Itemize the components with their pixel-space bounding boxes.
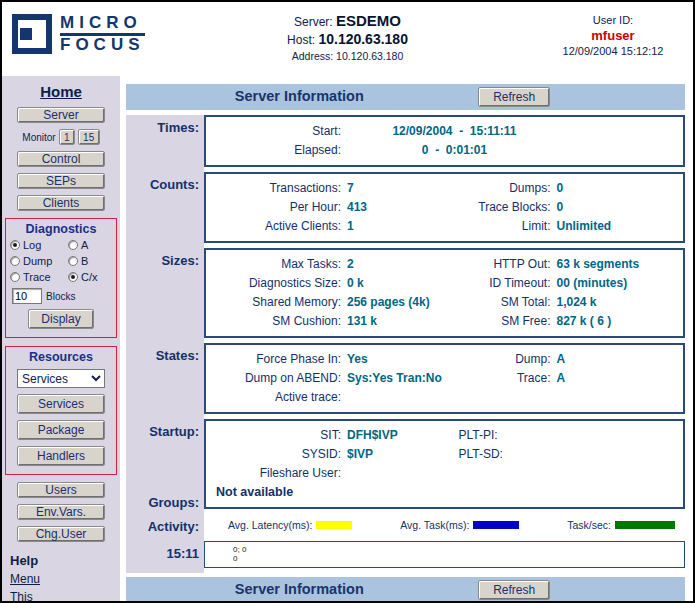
clients-button[interactable]: Clients	[17, 195, 105, 211]
radio-trace-icon[interactable]	[10, 272, 20, 282]
legend-label: Avg. Latency(ms):	[228, 519, 312, 531]
timestamp: 12/09/2004 15:12:12	[543, 45, 683, 57]
radio-log-icon[interactable]	[10, 240, 20, 250]
legend-label: Task/sec:	[567, 519, 611, 531]
micro-focus-logo: MICRO FOCUS	[12, 14, 145, 54]
sidebar: Home Server Monitor 1 15 Control SEPs Cl…	[2, 76, 120, 601]
display-button[interactable]: Display	[28, 309, 94, 329]
kv-label: Active trace:	[212, 388, 347, 407]
kv-value: $IVP	[347, 445, 373, 464]
page-title-bottom: Server Information	[126, 581, 473, 597]
services-button[interactable]: Services	[17, 394, 105, 414]
monitor-15-button[interactable]: 15	[78, 129, 100, 145]
startup-row: Startup: Groups: SIT: DFH$IVP	[126, 419, 685, 514]
blocks-label: Blocks	[46, 291, 75, 302]
sidebar-bottom: Help Menu This	[6, 553, 40, 603]
users-button[interactable]: Users	[17, 482, 105, 498]
activity-strip: 0; 0 0	[204, 541, 685, 568]
micro-focus-logo-text: MICRO FOCUS	[60, 14, 145, 54]
package-button[interactable]: Package	[17, 420, 105, 440]
kv-value: 0 k	[347, 274, 364, 293]
kv-label: Trace:	[445, 369, 557, 388]
address-value: 10.120.63.180	[336, 50, 403, 62]
monitor-label: Monitor	[22, 132, 55, 143]
kv-label: PLT-PI:	[445, 426, 504, 445]
kv-value: 0 - 0:01:01	[347, 141, 562, 160]
kv-label: Force Phase In:	[212, 350, 347, 369]
kv-value: 0	[557, 198, 564, 217]
blocks-input[interactable]	[12, 288, 42, 304]
radio-dump-icon[interactable]	[10, 256, 20, 266]
top-title-bar: Server Information Refresh	[126, 84, 685, 110]
kv-label: SIT:	[212, 426, 347, 445]
radio-trace[interactable]: Trace	[10, 271, 68, 283]
kv-label: SM Cushion:	[212, 312, 347, 331]
radio-cx-icon[interactable]	[68, 272, 78, 282]
menu-link[interactable]: Menu	[10, 572, 40, 586]
counts-box: Transactions: 7 Per Hour: 413 Active Cli…	[204, 172, 685, 243]
radio-b-icon[interactable]	[68, 256, 78, 266]
activity-row-label: Activity:	[126, 514, 204, 541]
server-button[interactable]: Server	[17, 107, 105, 123]
blocks-row: Blocks	[8, 288, 75, 304]
user-id-value: mfuser	[543, 28, 683, 43]
radio-log[interactable]: Log	[10, 239, 68, 251]
times-row: Times: Start: 12/09/2004 - 15:11:11 Elap…	[126, 115, 685, 172]
monitor-row: Monitor 1 15	[22, 129, 99, 145]
kv-start: Start: 12/09/2004 - 15:11:11	[212, 122, 677, 141]
micro-focus-logo-icon	[12, 14, 52, 54]
refresh-button-bottom[interactable]: Refresh	[478, 580, 550, 600]
kv-label: Start:	[212, 122, 347, 141]
kv-sm-cushion: SM Cushion: 131 k	[212, 312, 445, 331]
radio-a-icon[interactable]	[68, 240, 78, 250]
kv-value: 1	[347, 217, 354, 236]
chguser-button[interactable]: Chg.User	[17, 526, 105, 542]
radio-b[interactable]: B	[68, 255, 112, 267]
radio-cx[interactable]: C/x	[68, 271, 112, 283]
states-row: States: Force Phase In: Yes	[126, 343, 685, 419]
counts-row-label: Counts:	[126, 172, 204, 248]
legend-latency: Avg. Latency(ms):	[228, 519, 352, 531]
kv-value: 827 k ( 6 )	[557, 312, 612, 331]
activity-strip-line2: 0	[233, 554, 684, 563]
sizes-row: Sizes: Max Tasks: 2 Diagnos	[126, 248, 685, 343]
times-box: Start: 12/09/2004 - 15:11:11 Elapsed: 0 …	[204, 115, 685, 167]
user-info: User ID: mfuser 12/09/2004 15:12:12	[543, 14, 683, 57]
kv-label: Fileshare User:	[212, 464, 347, 483]
host-label: Host:	[287, 33, 315, 47]
partial-link[interactable]: This	[10, 590, 40, 603]
kv-http-out: HTTP Out: 63 k segments	[445, 255, 678, 274]
kv-label: SYSID:	[212, 445, 347, 464]
kv-value: DFH$IVP	[347, 426, 398, 445]
resources-select[interactable]: Services	[17, 369, 105, 388]
kv-value: 7	[347, 179, 354, 198]
kv-label: Dump:	[445, 350, 557, 369]
envvars-button[interactable]: Env.Vars.	[17, 504, 105, 520]
kv-value: 63 k segments	[557, 255, 640, 274]
diagnostics-title: Diagnostics	[26, 222, 97, 236]
sizes-box: Max Tasks: 2 Diagnostics Size: 0 k Share…	[204, 248, 685, 338]
task-sec-color-swatch	[615, 521, 675, 529]
kv-sysid: SYSID: $IVP	[212, 445, 445, 464]
page-title: Server Information	[126, 88, 473, 104]
kv-label: Limit:	[445, 217, 557, 236]
kv-value: 0	[557, 179, 564, 198]
kv-value: 00 (minutes)	[557, 274, 628, 293]
kv-label: Diagnostics Size:	[212, 274, 347, 293]
home-link[interactable]: Home	[40, 83, 82, 100]
handlers-button[interactable]: Handlers	[17, 446, 105, 466]
kv-fileshare-user: Fileshare User:	[212, 464, 445, 483]
kv-value: Sys:Yes Tran:No	[347, 369, 442, 388]
refresh-button-top[interactable]: Refresh	[478, 87, 550, 107]
kv-label: Transactions:	[212, 179, 347, 198]
resources-panel: Resources Services Services Package Hand…	[5, 346, 117, 475]
control-button[interactable]: Control	[17, 151, 105, 167]
radio-a[interactable]: A	[68, 239, 112, 251]
radio-dump[interactable]: Dump	[10, 255, 68, 267]
seps-button[interactable]: SEPs	[17, 173, 105, 189]
monitor-1-button[interactable]: 1	[59, 129, 75, 145]
kv-id-timeout: ID Timeout: 00 (minutes)	[445, 274, 678, 293]
latency-color-swatch	[316, 521, 352, 529]
kv-plt-pi: PLT-PI:	[445, 426, 678, 445]
kv-value: A	[557, 369, 566, 388]
